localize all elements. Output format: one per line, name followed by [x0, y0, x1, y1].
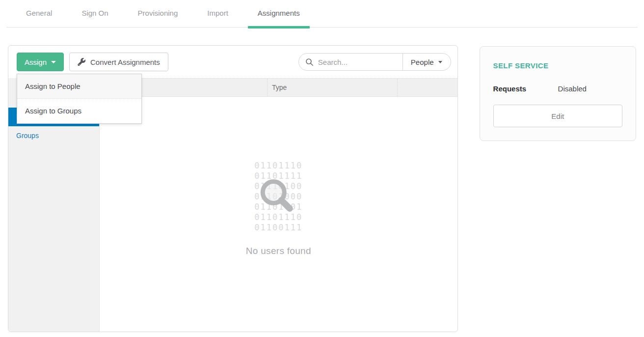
table-header-row: Type: [100, 78, 457, 97]
empty-state: 01101110 01101111 01110100 01101000 0110…: [100, 97, 457, 332]
assign-button-label: Assign: [25, 58, 47, 66]
column-header-actions: [397, 79, 457, 96]
search-group: People: [298, 53, 451, 71]
tab-general[interactable]: General: [16, 5, 62, 27]
search-icon: [305, 58, 314, 66]
tab-import[interactable]: Import: [197, 5, 238, 27]
menu-item-assign-to-people[interactable]: Assign to People: [17, 74, 141, 99]
filter-item-groups[interactable]: Groups: [8, 126, 99, 145]
assign-dropdown-menu: Assign to People Assign to Groups: [17, 74, 142, 124]
search-scope-value: People: [411, 58, 434, 66]
wrench-icon: [78, 58, 85, 66]
assignments-panel: Assign Convert Assignments People: [8, 45, 458, 332]
menu-item-assign-to-groups[interactable]: Assign to Groups: [17, 99, 141, 123]
search-scope-dropdown[interactable]: People: [403, 54, 451, 70]
binary-art: 01101110 01101111 01110100 01101000 0110…: [254, 161, 302, 233]
convert-assignments-label: Convert Assignments: [90, 58, 160, 66]
binary-line: 01101110: [254, 161, 302, 171]
tab-provisioning[interactable]: Provisioning: [128, 5, 188, 27]
assign-button[interactable]: Assign: [17, 53, 64, 71]
caret-down-icon: [51, 61, 56, 63]
requests-value: Disabled: [558, 84, 587, 93]
requests-row: Requests Disabled: [493, 84, 622, 93]
binary-line: 01100111: [254, 223, 302, 233]
page-content: Assign Convert Assignments People: [8, 45, 636, 332]
magnifier-icon: [255, 173, 300, 221]
tab-assignments[interactable]: Assignments: [248, 5, 310, 27]
search-input[interactable]: [318, 58, 399, 66]
edit-button[interactable]: Edit: [493, 105, 622, 127]
requests-label: Requests: [493, 84, 558, 93]
search-box: [299, 54, 403, 70]
caret-down-icon: [438, 61, 442, 63]
assignments-table: Type 01101110 01101111 01110100 01101000…: [100, 78, 457, 332]
convert-assignments-button[interactable]: Convert Assignments: [69, 53, 168, 71]
app-tabs: General Sign On Provisioning Import Assi…: [6, 0, 638, 28]
self-service-title: SELF SERVICE: [493, 61, 622, 70]
tab-sign-on[interactable]: Sign On: [72, 5, 118, 27]
column-header-type: Type: [267, 79, 397, 96]
empty-state-message: No users found: [100, 246, 457, 256]
self-service-panel: SELF SERVICE Requests Disabled Edit: [480, 46, 636, 141]
